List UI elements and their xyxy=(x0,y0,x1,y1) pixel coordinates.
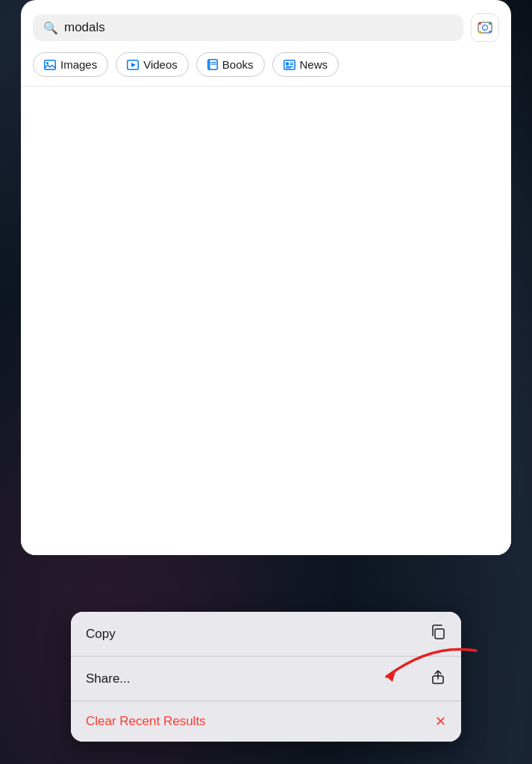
news-icon xyxy=(284,60,295,70)
svg-point-1 xyxy=(483,25,488,31)
videos-label: Videos xyxy=(143,58,178,71)
filter-row: Images Videos Books xyxy=(21,49,511,86)
search-query: modals xyxy=(64,20,105,35)
content-area xyxy=(21,87,511,555)
svg-rect-6 xyxy=(45,60,56,69)
filter-chip-videos[interactable]: Videos xyxy=(116,52,189,77)
svg-point-7 xyxy=(46,62,48,64)
svg-rect-5 xyxy=(489,31,492,33)
action-copy[interactable]: Copy xyxy=(71,612,461,656)
books-label: Books xyxy=(222,58,254,71)
svg-marker-10 xyxy=(131,63,136,67)
filter-chip-books[interactable]: Books xyxy=(196,52,265,77)
search-bar[interactable]: 🔍 modals xyxy=(33,14,463,41)
copy-label: Copy xyxy=(86,627,116,642)
images-label: Images xyxy=(60,58,97,71)
clear-label: Clear Recent Results xyxy=(86,714,206,729)
action-clear[interactable]: Clear Recent Results ✕ xyxy=(71,701,461,742)
action-sheet: Copy Share... Clear Recent Results ✕ xyxy=(71,612,461,742)
filter-chip-news[interactable]: News xyxy=(272,52,339,77)
search-icon: 🔍 xyxy=(43,21,58,35)
svg-rect-21 xyxy=(435,629,444,639)
svg-rect-12 xyxy=(208,60,210,70)
svg-rect-3 xyxy=(489,22,492,25)
clear-icon: ✕ xyxy=(435,713,446,730)
news-label: News xyxy=(300,58,328,71)
share-icon xyxy=(430,668,446,689)
filter-chip-images[interactable]: Images xyxy=(33,52,108,77)
images-icon xyxy=(44,60,56,70)
videos-icon xyxy=(127,60,139,70)
books-icon xyxy=(207,59,218,70)
share-label: Share... xyxy=(86,671,131,686)
main-card: 🔍 modals Images xyxy=(21,0,511,555)
camera-button[interactable] xyxy=(471,13,499,42)
camera-icon xyxy=(476,19,494,37)
svg-rect-16 xyxy=(286,62,289,65)
copy-icon xyxy=(430,624,446,644)
search-bar-row: 🔍 modals xyxy=(21,0,511,49)
svg-rect-2 xyxy=(478,22,481,25)
action-share[interactable]: Share... xyxy=(71,656,461,701)
svg-rect-4 xyxy=(478,31,481,33)
